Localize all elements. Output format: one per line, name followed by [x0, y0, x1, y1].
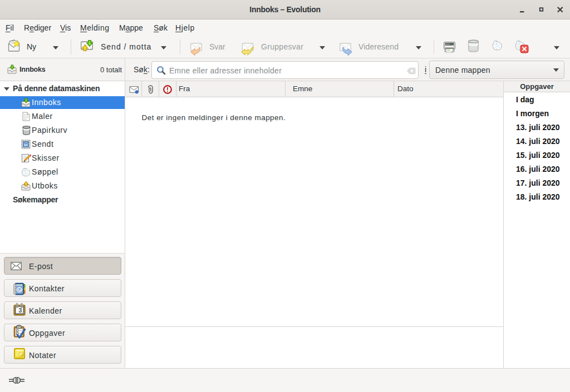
svg-text:3: 3	[18, 307, 22, 314]
